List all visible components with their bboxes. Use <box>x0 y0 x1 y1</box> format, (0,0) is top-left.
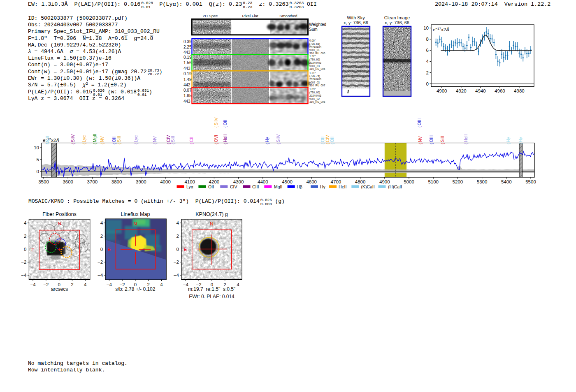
svg-text:5500: 5500 <box>525 179 536 184</box>
svg-text:443: 443 <box>183 99 190 104</box>
svg-text:−4: −4 <box>30 282 36 287</box>
svg-text:3600: 3600 <box>63 179 73 184</box>
svg-text:N: N <box>210 221 213 226</box>
svg-text:{ OIII: { OIII <box>417 118 422 128</box>
svg-text:4: 4 <box>84 282 87 287</box>
svg-text:4400: 4400 <box>258 179 268 184</box>
svg-text:x, y: 736, 66: x, y: 736, 66 <box>344 20 368 25</box>
svg-text:4: 4 <box>237 282 239 287</box>
svg-text:EWr: 0. PLAE: 0.014: EWr: 0. PLAE: 0.014 <box>189 294 235 299</box>
svg-text:8: 8 <box>426 37 429 42</box>
svg-text:4100: 4100 <box>184 179 195 184</box>
svg-text:4500: 4500 <box>282 179 293 184</box>
svg-text:CIV: CIV <box>230 184 237 189</box>
svg-text:E: E <box>184 247 187 252</box>
svg-text:s/b: 2.78 +/- 0.102: s/b: 2.78 +/- 0.102 <box>115 286 155 292</box>
svg-text:{ SiII: { SiII <box>116 136 121 144</box>
svg-text:e−17x2Å: e−17x2Å <box>433 27 449 32</box>
svg-text:443: 443 <box>183 66 190 71</box>
svg-text:310_RU_007: 310_RU_007 <box>309 84 325 87</box>
svg-text:4920: 4920 <box>456 88 467 93</box>
svg-text:4940: 4940 <box>475 88 486 93</box>
svg-text:{ HeII: { HeII <box>463 135 468 144</box>
svg-text:0: 0 <box>100 247 103 252</box>
svg-text:5000: 5000 <box>404 179 414 184</box>
svg-text:0.19: 0.19 <box>183 55 192 60</box>
svg-text:−4: −4 <box>174 273 179 278</box>
svg-text:4200: 4200 <box>209 179 220 184</box>
svg-text:5400: 5400 <box>501 179 512 184</box>
svg-text:0: 0 <box>24 247 26 252</box>
svg-text:m:19.7 re:1.5" s:0.5": m:19.7 re:1.5" s:0.5" <box>188 286 235 292</box>
svg-text:Smoothed: Smoothed <box>279 14 297 18</box>
svg-text:3700: 3700 <box>87 179 98 184</box>
svg-text:{ OII: { OII <box>330 137 334 144</box>
svg-text:4: 4 <box>176 220 179 225</box>
svg-text:{ OII: { OII <box>223 120 228 128</box>
svg-text:310_RU_006: 310_RU_006 <box>309 67 325 71</box>
svg-text:−2: −2 <box>174 260 179 264</box>
svg-text:310_RU_006: 310_RU_006 <box>309 100 325 104</box>
svg-text:(H)CaII: (H)CaII <box>388 184 402 189</box>
svg-text:4960: 4960 <box>495 88 505 93</box>
svg-text:{ NV: { NV <box>152 136 157 144</box>
svg-text:{ SiIV: { SiIV <box>214 118 218 128</box>
svg-text:3900: 3900 <box>136 179 146 184</box>
svg-text:2: 2 <box>176 234 179 239</box>
svg-text:{ HeII: { HeII <box>223 135 228 144</box>
svg-text:0.07: 0.07 <box>183 88 192 93</box>
svg-text:4900: 4900 <box>379 179 390 184</box>
svg-text:Hβ: Hβ <box>297 184 302 189</box>
svg-text:4700: 4700 <box>331 179 341 184</box>
svg-text:−4: −4 <box>21 273 27 278</box>
svg-text:20240403: 20240403 <box>309 94 321 97</box>
svg-text:4: 4 <box>100 220 103 225</box>
svg-text:4000: 4000 <box>160 179 171 184</box>
svg-text:1.85: 1.85 <box>183 93 192 98</box>
svg-text:3800: 3800 <box>111 179 122 184</box>
svg-text:2D Spec: 2D Spec <box>203 14 218 18</box>
svg-text:4: 4 <box>160 282 163 287</box>
svg-text:{ SiIV: { SiIV <box>276 135 281 144</box>
svg-text:1.32″: 1.32″ <box>309 55 316 58</box>
svg-text:2.25: 2.25 <box>183 45 192 49</box>
svg-text:20240403: 20240403 <box>309 61 321 64</box>
svg-text:MgII: MgII <box>274 184 282 189</box>
svg-text:2: 2 <box>24 234 26 239</box>
svg-text:{ NV: { NV <box>100 136 105 144</box>
svg-text:{ SiII: { SiII <box>170 136 175 144</box>
svg-text:1.89″: 1.89″ <box>309 88 316 90</box>
svg-text:{ Hγ: { Hγ <box>265 137 269 144</box>
svg-text:−2: −2 <box>21 260 26 264</box>
svg-text:E: E <box>31 247 35 252</box>
svg-text:4900: 4900 <box>437 88 447 93</box>
svg-text:−4: −4 <box>98 273 103 278</box>
svg-text:KPNO(24.7) g: KPNO(24.7) g <box>195 211 228 217</box>
svg-text:2: 2 <box>100 234 103 239</box>
svg-text:1.21″: 1.21″ <box>309 72 316 74</box>
svg-text:{ OII: { OII <box>111 137 116 144</box>
svg-text:0: 0 <box>37 169 39 174</box>
svg-text:{ OII: { OII <box>320 137 325 144</box>
svg-text:{ CIV: { CIV <box>166 135 171 144</box>
svg-text:{ Lyα: { Lyα <box>133 135 138 144</box>
svg-text:10: 10 <box>423 26 429 30</box>
svg-text:Lineflux Map: Lineflux Map <box>121 211 150 217</box>
svg-text:{ Lyα: { Lyα <box>81 135 86 144</box>
svg-text:5200: 5200 <box>453 179 463 184</box>
svg-text:0.66″: 0.66″ <box>309 39 316 42</box>
svg-text:3500: 3500 <box>38 179 49 184</box>
svg-text:4: 4 <box>426 59 429 64</box>
svg-text:{ MgII: { MgII <box>92 134 97 144</box>
svg-text:MgII: MgII <box>45 136 50 144</box>
svg-text:arcsecs: arcsecs <box>51 286 68 292</box>
svg-text:(K)CaII: (K)CaII <box>361 184 374 189</box>
svg-text:4800: 4800 <box>355 179 366 184</box>
svg-text:With Sky: With Sky <box>347 15 365 20</box>
svg-text:10: 10 <box>34 145 39 150</box>
svg-text:{ OVI: { OVI <box>214 135 218 144</box>
svg-text:Pixel Flat: Pixel Flat <box>242 14 258 18</box>
svg-text:CIII: CIII <box>252 184 259 189</box>
svg-text:0: 0 <box>176 247 179 252</box>
svg-text:N: N <box>58 221 61 226</box>
